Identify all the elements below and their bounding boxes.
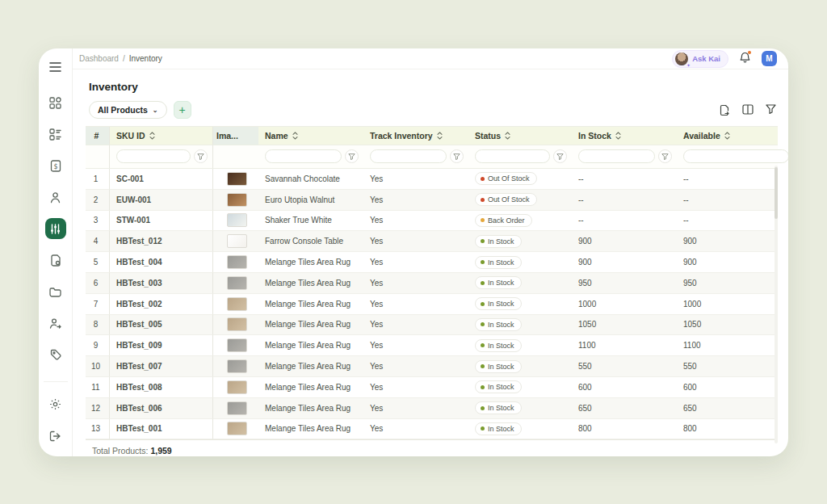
vertical-scrollbar[interactable] [775,166,778,443]
breadcrumb-dashboard[interactable]: Dashboard [79,54,119,63]
table-tools [719,104,776,116]
status-dot [481,322,485,326]
user-avatar[interactable]: M [762,51,777,66]
filter-input-name[interactable] [265,149,342,163]
notifications-bell-icon[interactable] [740,52,750,66]
topbar-right: Ask Kai M [672,50,777,68]
table-row[interactable]: 7HBTest_002Melange Tiles Area RugYesIn S… [86,294,778,315]
filter-icon[interactable] [766,104,776,116]
sidebar-item-tags[interactable] [45,344,66,365]
status-cell: Back Order [468,211,572,232]
sidebar-item-folders[interactable] [45,281,66,302]
table-body: 1SC-001Savannah ChocolateYesOut Of Stock… [86,169,778,439]
filter-funnel-button-in_stock[interactable] [658,149,672,163]
product-thumbnail [227,172,247,186]
available-cell: 800 [677,419,778,440]
filter-cell-sku [110,145,213,168]
available-cell: 1050 [677,315,778,336]
in-stock-cell: 600 [572,377,677,398]
name-cell: Shaker True White [258,211,363,232]
image-cell [213,377,258,398]
product-thumbnail [227,317,247,331]
export-icon[interactable] [719,104,730,116]
row-index-cell: 5 [86,252,110,273]
column-header-available[interactable]: Available [677,127,778,145]
column-header-sku[interactable]: SKU ID [110,127,213,145]
table-row[interactable]: 6HBTest_003Melange Tiles Area RugYesIn S… [86,273,778,294]
column-label-track: Track Inventory [370,131,433,141]
filter-input-available[interactable] [683,149,788,163]
table-row[interactable]: 4HBTest_012Farrow Console TableYesIn Sto… [86,231,778,252]
status-cell: In Stock [468,252,572,273]
sort-icon[interactable] [615,132,621,140]
sort-icon[interactable] [292,132,298,140]
settings-gear-icon[interactable] [45,393,66,414]
product-thumbnail [227,255,247,269]
table-row[interactable]: 2EUW-001Euro Utopia WalnutYesOut Of Stoc… [86,190,778,211]
filter-cell-image [213,145,258,168]
sku-cell: HBTest_004 [110,252,213,273]
menu-icon[interactable] [45,57,66,78]
sort-icon[interactable] [724,132,730,140]
sort-icon[interactable] [437,132,443,140]
image-cell [213,252,258,273]
column-header-track[interactable]: Track Inventory [363,127,468,145]
sidebar-item-inventory[interactable] [45,218,66,239]
sidebar-item-kanban[interactable] [45,124,66,145]
table-row[interactable]: 13HBTest_001Melange Tiles Area RugYesIn … [86,419,778,440]
column-header-in_stock[interactable]: In Stock [572,127,677,145]
sidebar-item-documents[interactable] [45,250,66,271]
logout-icon[interactable] [45,426,66,447]
svg-text:$: $ [53,162,57,170]
in-stock-cell: 900 [572,231,677,252]
status-dot [481,385,485,389]
status-badge: Out Of Stock [475,193,537,206]
row-index-cell: 1 [86,169,110,190]
status-cell: Out Of Stock [468,190,572,211]
column-header-name[interactable]: Name [258,127,363,145]
row-index-cell: 8 [86,315,110,336]
columns-icon[interactable] [742,104,754,116]
available-cell: -- [677,190,778,211]
main-area: Dashboard / Inventory Ask Kai M Inventor… [73,48,788,456]
sidebar-item-customers[interactable] [45,187,66,208]
table-row[interactable]: 1SC-001Savannah ChocolateYesOut Of Stock… [86,169,778,190]
filter-funnel-button-status[interactable] [553,149,567,163]
name-cell: Euro Utopia Walnut [258,190,363,211]
ask-kai-button[interactable]: Ask Kai [672,50,728,68]
filter-cell-track [363,145,468,168]
table-row[interactable]: 10HBTest_007Melange Tiles Area RugYesIn … [86,356,778,377]
sidebar-item-agents[interactable] [45,313,66,334]
sku-cell: STW-001 [110,211,213,232]
column-header-status[interactable]: Status [468,127,572,145]
status-cell: In Stock [468,356,572,377]
products-filter-dropdown[interactable]: All Products ⌄ [89,101,167,119]
sidebar-item-invoices[interactable]: $ [45,155,66,176]
filter-input-status[interactable] [475,149,550,163]
status-cell: In Stock [468,231,572,252]
filter-cell-name [258,145,363,168]
filter-input-in_stock[interactable] [578,149,655,163]
table-row[interactable]: 9HBTest_009Melange Tiles Area RugYesIn S… [86,335,778,356]
table-row[interactable]: 3STW-001Shaker True WhiteYesBack Order--… [86,211,778,232]
column-label-in_stock: In Stock [578,131,611,141]
table-row[interactable]: 12HBTest_006Melange Tiles Area RugYesIn … [86,398,778,419]
sidebar: $ [39,48,73,456]
status-dot [481,406,485,410]
sidebar-item-dashboard[interactable] [45,92,66,113]
sort-icon[interactable] [505,132,510,140]
row-index-cell: 4 [86,231,110,252]
filter-funnel-button-name[interactable] [345,149,359,163]
status-cell: Out Of Stock [468,169,572,190]
table-row[interactable]: 8HBTest_005Melange Tiles Area RugYesIn S… [86,315,778,336]
table-row[interactable]: 5HBTest_004Melange Tiles Area RugYesIn S… [86,252,778,273]
sort-icon[interactable] [149,132,155,140]
filter-input-track[interactable] [370,149,447,163]
table-row[interactable]: 11HBTest_008Melange Tiles Area RugYesIn … [86,377,778,398]
name-cell: Melange Tiles Area Rug [258,294,363,315]
filter-funnel-button-sku[interactable] [194,149,208,163]
column-label-name: Name [265,131,288,141]
add-product-button[interactable]: + [174,101,191,119]
filter-funnel-button-track[interactable] [450,149,464,163]
filter-input-sku[interactable] [116,149,191,163]
